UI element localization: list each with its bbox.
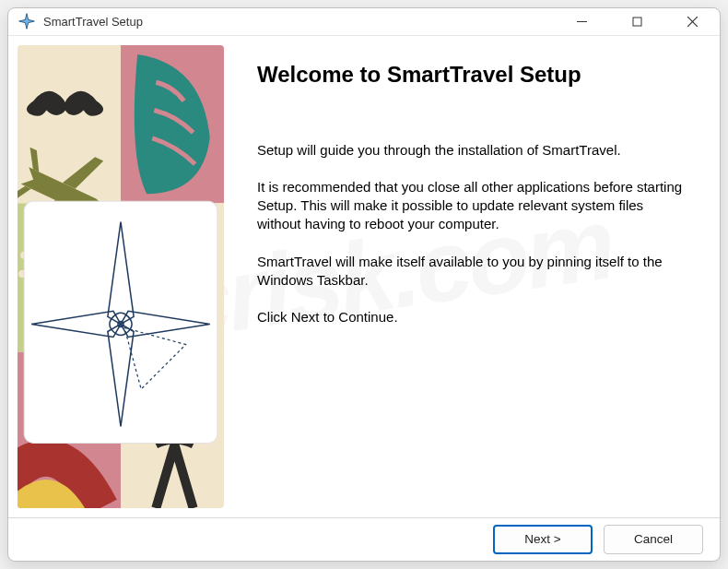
installer-window: SmartTravel Setup pcrisk.com (7, 7, 721, 562)
close-button[interactable] (664, 8, 720, 35)
app-icon (18, 12, 36, 30)
taskbar-paragraph: SmartTravel will make itself available t… (257, 253, 687, 290)
window-title: SmartTravel Setup (43, 15, 143, 29)
svg-rect-14 (24, 201, 217, 443)
sidebar-image (8, 36, 233, 517)
recommendation-paragraph: It is recommended that you close all oth… (257, 178, 687, 234)
intro-paragraph: Setup will guide you through the install… (257, 141, 687, 160)
maximize-button[interactable] (609, 8, 664, 35)
cancel-button[interactable]: Cancel (604, 525, 703, 554)
svg-rect-1 (633, 18, 641, 26)
page-heading: Welcome to SmartTravel Setup (257, 62, 687, 88)
content-area: pcrisk.com (8, 36, 720, 517)
window-controls (554, 8, 720, 35)
titlebar: SmartTravel Setup (8, 8, 720, 36)
next-button[interactable]: Next > (493, 525, 593, 554)
footer-bar: Next > Cancel (8, 517, 720, 561)
continue-paragraph: Click Next to Continue. (257, 308, 687, 326)
main-panel: Welcome to SmartTravel Setup Setup will … (233, 36, 720, 517)
minimize-button[interactable] (554, 8, 609, 35)
